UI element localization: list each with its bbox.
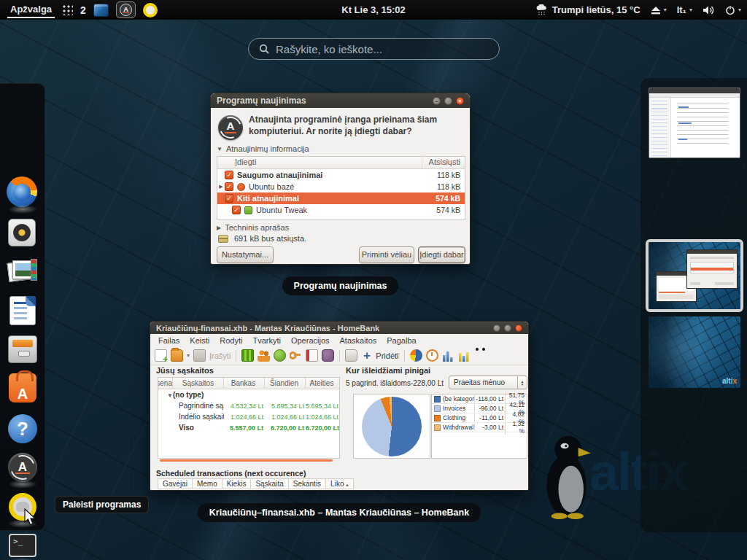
close-button[interactable] xyxy=(515,324,522,332)
accounts-table[interactable]: Būsena Sąskaitos Bankas Šiandien Ateitie… xyxy=(158,377,340,459)
menu-reports[interactable]: Ataskaitos xyxy=(335,335,382,346)
minimize-button[interactable]: – xyxy=(433,97,441,105)
menu-transactions[interactable]: Operacijos xyxy=(286,335,335,346)
update-row-ubuntu-tweak[interactable]: ✓ Ubuntu Tweak 574 kB xyxy=(217,204,465,216)
dock-item-software-updater[interactable]: A xyxy=(7,451,39,483)
account-group-row[interactable]: ▼ (no type) xyxy=(158,389,339,400)
system-menu[interactable]: ▾ xyxy=(725,5,741,15)
expander-open-icon[interactable]: ▼ xyxy=(167,392,173,399)
column-accounts[interactable]: Sąskaitos xyxy=(173,378,224,389)
dock-item-software-center[interactable]: A xyxy=(7,372,39,404)
remind-later-button[interactable]: Priminti vėliau xyxy=(359,246,414,263)
open-file-button[interactable] xyxy=(171,349,183,362)
payees-button[interactable] xyxy=(258,349,270,362)
column-bank[interactable]: Bankas xyxy=(224,378,265,389)
expander-collapsed-icon[interactable]: ▶ xyxy=(217,184,225,190)
column-account[interactable]: Sąskaita xyxy=(251,479,288,489)
report-chart-button[interactable] xyxy=(442,349,454,362)
baltix-app-icon[interactable] xyxy=(143,3,158,18)
dock-item-rhythmbox[interactable] xyxy=(7,217,39,249)
terminal-app-icon[interactable] xyxy=(93,4,109,17)
column-future[interactable]: Ateities xyxy=(306,378,339,389)
column-payees[interactable]: Gavėjai xyxy=(158,479,193,489)
account-row[interactable]: Pagrindinė sąska 4.532,34 Lt 5.695,34 Lt… xyxy=(158,400,339,411)
updater-heading: Atnaujinta programinė įranga prieinama š… xyxy=(249,114,466,137)
gnome-shell-overview: altix Apžvalga 2 A Kt Lie 3, 15:02 Tr xyxy=(0,0,747,560)
updater-titlebar[interactable]: Programų naujinimas – × xyxy=(211,93,470,108)
dock-item-libreoffice-writer[interactable] xyxy=(7,295,39,327)
dock-item-terminal[interactable]: >_ xyxy=(7,529,39,560)
spinner-icons[interactable]: ▲ ▼ xyxy=(517,376,527,389)
report-trendtime-button[interactable] xyxy=(426,349,438,362)
search-input[interactable]: Rašykite, ko ieškote... xyxy=(248,38,500,60)
column-next[interactable]: Sekantis xyxy=(289,479,326,489)
update-row-ubuntu-base[interactable]: ▶ ✓ Ubuntu bazė 118 kB xyxy=(217,181,465,192)
account-row[interactable]: Indėlio sąskaita 1.024,66 Lt 1.024,66 Lt… xyxy=(158,411,339,422)
close-button[interactable]: × xyxy=(456,97,464,105)
column-amount[interactable]: Kiekis xyxy=(222,479,252,489)
install-now-button[interactable]: Įdiegti dabar xyxy=(418,246,465,263)
show-ledger-button[interactable] xyxy=(345,349,357,362)
updater-caption-wrap: Programų naujinimas xyxy=(210,276,471,295)
checkbox-checked[interactable]: ✓ xyxy=(232,206,241,214)
assignments-button[interactable] xyxy=(290,349,302,362)
homebank-window[interactable]: Kriaučiūnų-finansai.xhb - Mantas Kriauči… xyxy=(150,321,529,491)
workspace-thumbnail-3[interactable]: altix xyxy=(649,316,740,388)
minimize-button[interactable] xyxy=(493,324,500,332)
maximize-button[interactable] xyxy=(444,97,452,105)
menu-file[interactable]: Failas xyxy=(153,335,185,346)
report-statistics-button[interactable] xyxy=(410,349,422,362)
menu-edit[interactable]: Keisti xyxy=(185,335,214,346)
removable-media-menu[interactable]: ▾ xyxy=(651,6,667,15)
dock-item-file-cabinet[interactable] xyxy=(7,333,39,365)
preferences-button[interactable] xyxy=(322,349,334,362)
categories-button[interactable] xyxy=(274,349,286,362)
update-row-security[interactable]: ✓ Saugumo atnaujinimai 118 kB xyxy=(217,169,465,181)
column-memo[interactable]: Memo xyxy=(193,479,222,489)
add-transaction-label[interactable]: Pridėti xyxy=(376,351,398,360)
menu-manage[interactable]: Tvarkyti xyxy=(247,335,286,346)
legend-swatch xyxy=(434,415,441,421)
updates-info-expander[interactable]: ▼ Atnaujinimų informacija xyxy=(217,144,309,153)
weather-indicator[interactable]: Trumpi lietūs, 15 °C xyxy=(535,4,640,15)
homebank-caption-wrap: Kriaučiūnų–finansai.xhb – Mantas Kriauči… xyxy=(150,503,529,522)
column-install[interactable]: Įdiegti xyxy=(217,157,422,168)
horizontal-scrollbar[interactable] xyxy=(160,459,333,462)
dock-item-image-viewer[interactable] xyxy=(7,256,39,288)
volume-indicator[interactable] xyxy=(703,5,715,15)
column-download[interactable]: Atsisiųsti xyxy=(422,157,465,168)
open-dropdown-icon[interactable]: ▾ xyxy=(187,352,190,359)
settings-button[interactable]: Nustatymai... xyxy=(217,246,274,263)
software-updater-app-icon[interactable]: A xyxy=(116,1,136,18)
dock-item-firefox[interactable] xyxy=(7,176,39,209)
workspace-thumbnail-1[interactable] xyxy=(649,88,740,158)
update-row-other-selected[interactable]: ✓ Kiti atnaujinimai 574 kB xyxy=(217,192,465,204)
column-today[interactable]: Šiandien xyxy=(265,378,306,389)
homebank-titlebar[interactable]: Kriaučiūnų-finansai.xhb - Mantas Kriauči… xyxy=(150,322,528,334)
maximize-button[interactable] xyxy=(504,324,511,332)
spending-pie-chart[interactable] xyxy=(362,397,422,456)
dock-item-help[interactable]: ? xyxy=(7,413,39,445)
keyboard-layout-menu[interactable]: lt₁ ▾ xyxy=(677,4,692,15)
period-dropdown[interactable]: Praeitas mėnuo ▲ ▼ xyxy=(449,376,527,389)
legend-row[interactable]: Withdrawal of cash -3,00 Lt 1,32 % xyxy=(432,423,527,432)
workspace-thumbnail-2-active[interactable] xyxy=(646,239,743,312)
software-updater-window[interactable]: Programų naujinimas – × A Atnaujinta pro… xyxy=(210,93,471,265)
account-ledger-button[interactable] xyxy=(241,349,254,362)
add-transaction-icon[interactable]: + xyxy=(361,349,372,362)
report-balance-button[interactable] xyxy=(458,349,471,362)
activities-button[interactable]: Apžvalga xyxy=(7,2,55,18)
column-left[interactable]: Liko ▴ xyxy=(326,479,353,489)
checkbox-checked[interactable]: ✓ xyxy=(225,194,233,203)
clock[interactable]: Kt Lie 3, 15:02 xyxy=(341,4,405,15)
window-grid-icon[interactable] xyxy=(62,4,73,15)
budget-button[interactable] xyxy=(306,349,318,362)
menu-view[interactable]: Rodyti xyxy=(214,335,247,346)
checkbox-checked[interactable]: ✓ xyxy=(225,171,233,179)
checkbox-checked[interactable]: ✓ xyxy=(225,182,233,191)
firefox-icon xyxy=(7,176,37,207)
column-status[interactable]: Būsena xyxy=(158,378,173,389)
technical-description-expander[interactable]: ▶ Techninis aprašas xyxy=(217,223,289,232)
menu-help[interactable]: Pagalba xyxy=(382,335,421,346)
new-file-button[interactable] xyxy=(155,349,167,362)
